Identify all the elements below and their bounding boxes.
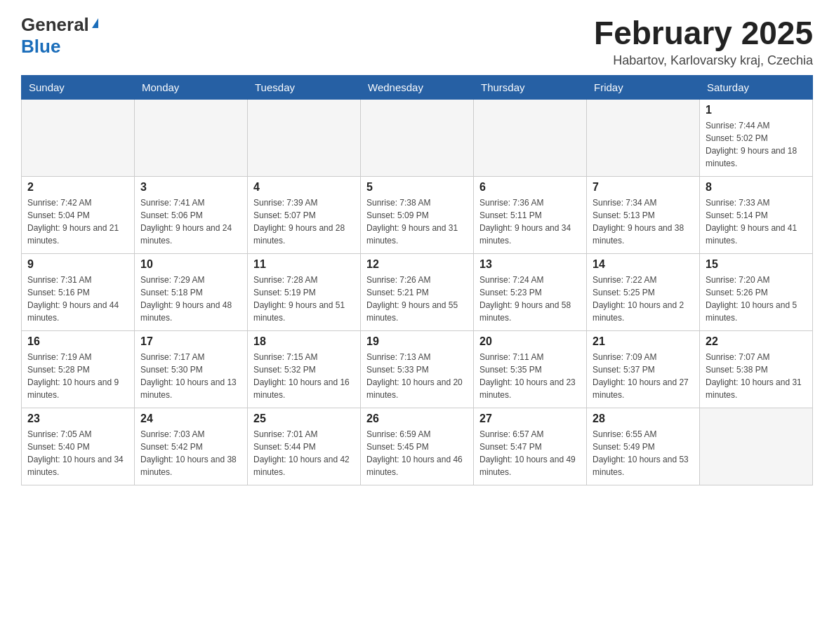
day-info: Sunrise: 7:17 AMSunset: 5:30 PMDaylight:… bbox=[140, 351, 241, 401]
calendar-table: SundayMondayTuesdayWednesdayThursdayFrid… bbox=[21, 75, 813, 485]
day-number: 14 bbox=[593, 258, 694, 271]
calendar-day-cell: 9Sunrise: 7:31 AMSunset: 5:16 PMDaylight… bbox=[22, 254, 135, 331]
day-info: Sunrise: 7:36 AMSunset: 5:11 PMDaylight:… bbox=[479, 196, 581, 247]
day-number: 25 bbox=[253, 412, 355, 425]
calendar-day-cell: 6Sunrise: 7:36 AMSunset: 5:11 PMDaylight… bbox=[474, 177, 587, 254]
day-info: Sunrise: 7:11 AMSunset: 5:35 PMDaylight:… bbox=[479, 351, 581, 401]
calendar-day-cell: 25Sunrise: 7:01 AMSunset: 5:44 PMDayligh… bbox=[248, 408, 361, 485]
calendar-week-row: 16Sunrise: 7:19 AMSunset: 5:28 PMDayligh… bbox=[22, 331, 813, 408]
day-number: 15 bbox=[706, 258, 807, 271]
day-info: Sunrise: 7:26 AMSunset: 5:21 PMDaylight:… bbox=[366, 274, 468, 324]
calendar-day-cell: 16Sunrise: 7:19 AMSunset: 5:28 PMDayligh… bbox=[22, 331, 135, 408]
calendar-day-cell: 8Sunrise: 7:33 AMSunset: 5:14 PMDaylight… bbox=[700, 177, 813, 254]
day-of-week-header: Sunday bbox=[22, 76, 135, 100]
day-info: Sunrise: 7:05 AMSunset: 5:40 PMDaylight:… bbox=[27, 428, 128, 478]
logo: General Blue bbox=[21, 14, 98, 58]
calendar-day-cell bbox=[361, 100, 474, 177]
calendar-day-cell bbox=[587, 100, 700, 177]
header: General Blue February 2025 Habartov, Kar… bbox=[21, 14, 813, 68]
calendar-day-cell: 12Sunrise: 7:26 AMSunset: 5:21 PMDayligh… bbox=[361, 254, 474, 331]
day-of-week-header: Friday bbox=[587, 76, 700, 100]
day-number: 17 bbox=[140, 335, 241, 348]
day-number: 10 bbox=[140, 258, 241, 271]
day-info: Sunrise: 7:42 AMSunset: 5:04 PMDaylight:… bbox=[27, 196, 128, 247]
day-number: 3 bbox=[140, 181, 241, 194]
calendar-day-cell: 28Sunrise: 6:55 AMSunset: 5:49 PMDayligh… bbox=[587, 408, 700, 485]
day-number: 16 bbox=[27, 335, 128, 348]
day-number: 26 bbox=[366, 412, 468, 425]
calendar-day-cell bbox=[248, 100, 361, 177]
day-info: Sunrise: 7:15 AMSunset: 5:32 PMDaylight:… bbox=[253, 351, 355, 401]
day-info: Sunrise: 6:57 AMSunset: 5:47 PMDaylight:… bbox=[479, 428, 581, 478]
calendar-week-row: 2Sunrise: 7:42 AMSunset: 5:04 PMDaylight… bbox=[22, 177, 813, 254]
month-year-title: February 2025 bbox=[594, 14, 813, 52]
calendar-day-cell: 22Sunrise: 7:07 AMSunset: 5:38 PMDayligh… bbox=[700, 331, 813, 408]
calendar-day-cell: 24Sunrise: 7:03 AMSunset: 5:42 PMDayligh… bbox=[135, 408, 248, 485]
calendar-day-cell: 11Sunrise: 7:28 AMSunset: 5:19 PMDayligh… bbox=[248, 254, 361, 331]
calendar-day-cell: 23Sunrise: 7:05 AMSunset: 5:40 PMDayligh… bbox=[22, 408, 135, 485]
calendar-day-cell: 3Sunrise: 7:41 AMSunset: 5:06 PMDaylight… bbox=[135, 177, 248, 254]
day-number: 13 bbox=[479, 258, 581, 271]
day-info: Sunrise: 7:31 AMSunset: 5:16 PMDaylight:… bbox=[27, 274, 128, 324]
title-area: February 2025 Habartov, Karlovarsky kraj… bbox=[594, 14, 813, 68]
day-of-week-header: Monday bbox=[135, 76, 248, 100]
calendar-day-cell bbox=[700, 408, 813, 485]
day-number: 5 bbox=[366, 181, 468, 194]
day-info: Sunrise: 7:19 AMSunset: 5:28 PMDaylight:… bbox=[27, 351, 128, 401]
day-info: Sunrise: 7:20 AMSunset: 5:26 PMDaylight:… bbox=[706, 274, 807, 324]
calendar-day-cell: 10Sunrise: 7:29 AMSunset: 5:18 PMDayligh… bbox=[135, 254, 248, 331]
calendar-day-cell: 21Sunrise: 7:09 AMSunset: 5:37 PMDayligh… bbox=[587, 331, 700, 408]
calendar-day-cell: 26Sunrise: 6:59 AMSunset: 5:45 PMDayligh… bbox=[361, 408, 474, 485]
calendar-day-cell: 18Sunrise: 7:15 AMSunset: 5:32 PMDayligh… bbox=[248, 331, 361, 408]
calendar-day-cell: 4Sunrise: 7:39 AMSunset: 5:07 PMDaylight… bbox=[248, 177, 361, 254]
day-info: Sunrise: 7:07 AMSunset: 5:38 PMDaylight:… bbox=[706, 351, 807, 401]
day-info: Sunrise: 7:33 AMSunset: 5:14 PMDaylight:… bbox=[706, 196, 807, 247]
day-number: 20 bbox=[479, 335, 581, 348]
day-number: 28 bbox=[593, 412, 694, 425]
calendar-day-cell: 5Sunrise: 7:38 AMSunset: 5:09 PMDaylight… bbox=[361, 177, 474, 254]
day-of-week-header: Saturday bbox=[700, 76, 813, 100]
location-subtitle: Habartov, Karlovarsky kraj, Czechia bbox=[594, 53, 813, 68]
day-info: Sunrise: 7:09 AMSunset: 5:37 PMDaylight:… bbox=[593, 351, 694, 401]
day-number: 9 bbox=[27, 258, 128, 271]
day-of-week-header: Wednesday bbox=[361, 76, 474, 100]
day-info: Sunrise: 7:41 AMSunset: 5:06 PMDaylight:… bbox=[140, 196, 241, 247]
day-number: 11 bbox=[253, 258, 355, 271]
day-number: 1 bbox=[706, 104, 807, 116]
day-info: Sunrise: 7:13 AMSunset: 5:33 PMDaylight:… bbox=[366, 351, 468, 401]
day-number: 6 bbox=[479, 181, 581, 194]
calendar-day-cell: 19Sunrise: 7:13 AMSunset: 5:33 PMDayligh… bbox=[361, 331, 474, 408]
calendar-day-cell: 2Sunrise: 7:42 AMSunset: 5:04 PMDaylight… bbox=[22, 177, 135, 254]
day-info: Sunrise: 7:24 AMSunset: 5:23 PMDaylight:… bbox=[479, 274, 581, 324]
day-info: Sunrise: 7:01 AMSunset: 5:44 PMDaylight:… bbox=[253, 428, 355, 478]
day-info: Sunrise: 7:03 AMSunset: 5:42 PMDaylight:… bbox=[140, 428, 241, 478]
logo-blue-text: Blue bbox=[21, 36, 98, 58]
day-info: Sunrise: 6:55 AMSunset: 5:49 PMDaylight:… bbox=[593, 428, 694, 478]
day-number: 24 bbox=[140, 412, 241, 425]
calendar-day-cell: 15Sunrise: 7:20 AMSunset: 5:26 PMDayligh… bbox=[700, 254, 813, 331]
day-number: 22 bbox=[706, 335, 807, 348]
day-of-week-header: Tuesday bbox=[248, 76, 361, 100]
calendar-day-cell: 14Sunrise: 7:22 AMSunset: 5:25 PMDayligh… bbox=[587, 254, 700, 331]
calendar-day-cell: 1Sunrise: 7:44 AMSunset: 5:02 PMDaylight… bbox=[700, 100, 813, 177]
calendar-day-cell: 27Sunrise: 6:57 AMSunset: 5:47 PMDayligh… bbox=[474, 408, 587, 485]
day-number: 18 bbox=[253, 335, 355, 348]
day-info: Sunrise: 7:38 AMSunset: 5:09 PMDaylight:… bbox=[366, 196, 468, 247]
calendar-day-cell: 20Sunrise: 7:11 AMSunset: 5:35 PMDayligh… bbox=[474, 331, 587, 408]
calendar-day-cell bbox=[22, 100, 135, 177]
day-info: Sunrise: 7:29 AMSunset: 5:18 PMDaylight:… bbox=[140, 274, 241, 324]
day-number: 21 bbox=[593, 335, 694, 348]
day-info: Sunrise: 6:59 AMSunset: 5:45 PMDaylight:… bbox=[366, 428, 468, 478]
day-number: 4 bbox=[253, 181, 355, 194]
day-number: 7 bbox=[593, 181, 694, 194]
calendar-week-row: 9Sunrise: 7:31 AMSunset: 5:16 PMDaylight… bbox=[22, 254, 813, 331]
day-of-week-header: Thursday bbox=[474, 76, 587, 100]
day-number: 12 bbox=[366, 258, 468, 271]
logo-arrow-icon bbox=[92, 18, 98, 28]
day-info: Sunrise: 7:39 AMSunset: 5:07 PMDaylight:… bbox=[253, 196, 355, 247]
day-number: 19 bbox=[366, 335, 468, 348]
calendar-header-row: SundayMondayTuesdayWednesdayThursdayFrid… bbox=[22, 76, 813, 100]
calendar-week-row: 23Sunrise: 7:05 AMSunset: 5:40 PMDayligh… bbox=[22, 408, 813, 485]
calendar-day-cell: 13Sunrise: 7:24 AMSunset: 5:23 PMDayligh… bbox=[474, 254, 587, 331]
day-info: Sunrise: 7:34 AMSunset: 5:13 PMDaylight:… bbox=[593, 196, 694, 247]
